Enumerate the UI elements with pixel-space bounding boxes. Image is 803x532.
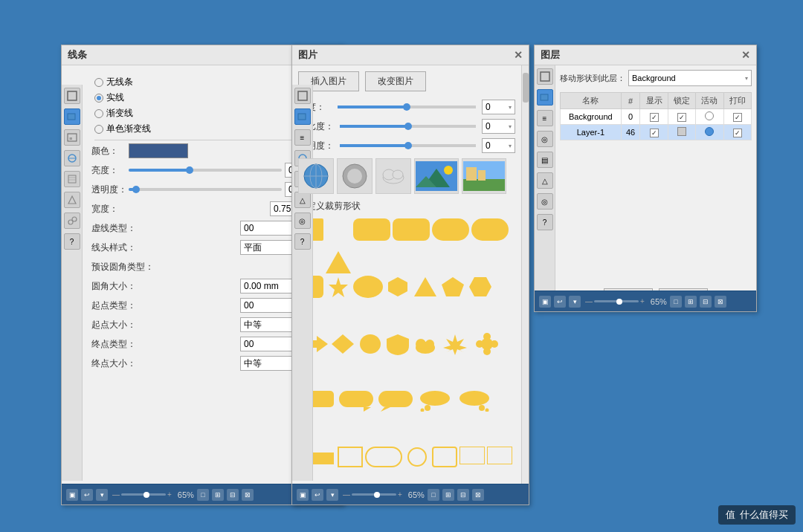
shape-circle-outline[interactable] — [404, 447, 430, 467]
shape-triangle-up[interactable] — [413, 276, 438, 298]
shape-star8[interactable] — [440, 333, 470, 355]
shape-rounded-rect[interactable] — [353, 218, 390, 241]
shape-sm-rect-outline[interactable] — [459, 447, 485, 464]
tool-icon-6[interactable] — [64, 192, 80, 208]
img-preview-3[interactable] — [375, 158, 411, 194]
img-tool-8[interactable]: ? — [294, 233, 311, 250]
img-tool-7[interactable]: ◎ — [294, 213, 311, 229]
layer-row-layer1[interactable]: Layer-1 46 — [561, 125, 752, 140]
layer-tool-1[interactable] — [537, 68, 553, 85]
tool-icon-5[interactable] — [64, 171, 80, 187]
shape-drop[interactable] — [358, 333, 383, 355]
tool-icon-1[interactable] — [64, 88, 80, 104]
shape-triangle[interactable] — [326, 251, 351, 273]
img-tool-1[interactable] — [294, 88, 311, 104]
img-brightness-track[interactable] — [338, 106, 476, 108]
layer-zoom-slider[interactable] — [594, 300, 639, 302]
shape-stadium[interactable] — [432, 218, 469, 241]
bottom-icon-grid1[interactable]: □ — [197, 489, 209, 501]
img-bottom-3[interactable]: ▾ — [326, 489, 338, 501]
img-bottom-1[interactable]: ▣ — [297, 489, 309, 501]
layer-1-show[interactable] — [640, 125, 668, 140]
layer-tool-7[interactable]: ◎ — [537, 193, 553, 210]
img-opacity-thumb[interactable] — [404, 142, 412, 149]
shape-stadium-outline[interactable] — [365, 447, 402, 467]
shape-pentagon[interactable] — [440, 276, 465, 298]
shape-speech3[interactable] — [377, 389, 414, 412]
img-bottom-7[interactable]: ⊠ — [472, 489, 484, 501]
layer-bg-active[interactable] — [696, 109, 723, 125]
shape-sq-outline[interactable] — [432, 447, 457, 467]
img-bottom-2[interactable]: ↩ — [312, 489, 323, 501]
shape-rect-outline[interactable] — [338, 447, 363, 467]
move-layer-select[interactable]: Background ▾ — [628, 70, 752, 86]
tool-icon-4[interactable] — [64, 150, 80, 166]
img-preview-2[interactable] — [337, 158, 373, 194]
shape-shield[interactable] — [385, 333, 410, 355]
shape-hexagon2[interactable] — [468, 276, 493, 298]
layer-tool-3[interactable]: ≡ — [537, 110, 553, 126]
layer-bottom-6[interactable]: ⊟ — [700, 296, 712, 308]
shape-thought1[interactable] — [416, 389, 454, 412]
img-brightness-thumb[interactable] — [403, 103, 410, 111]
layer-tool-6[interactable]: △ — [537, 172, 553, 189]
tool-icon-3[interactable]: ≡ — [64, 129, 80, 146]
layer-tool-5[interactable]: ▤ — [537, 152, 553, 168]
shape-stadium2[interactable] — [471, 218, 509, 241]
layer-bottom-2[interactable]: ↩ — [554, 296, 566, 308]
tool-icon-2[interactable] — [64, 108, 80, 125]
bottom-icon-grid2[interactable]: ⊞ — [212, 489, 224, 501]
tool-icon-8[interactable]: ? — [64, 233, 80, 250]
img-bottom-5[interactable]: ⊞ — [442, 489, 454, 501]
img-contrast-thumb[interactable] — [404, 123, 412, 130]
img-tool-3[interactable]: ≡ — [294, 129, 311, 146]
bottom-icon-down[interactable]: ▾ — [96, 489, 108, 501]
img-contrast-input[interactable]: 0 ▾ — [482, 119, 515, 134]
layer-bottom-7[interactable]: ⊠ — [715, 296, 726, 308]
img-bottom-6[interactable]: ⊟ — [457, 489, 469, 501]
img-contrast-track[interactable] — [340, 125, 476, 128]
lines-zoom-slider[interactable] — [121, 493, 166, 496]
layer-bg-print[interactable] — [723, 109, 751, 125]
shape-sm-rect-outline2[interactable] — [487, 447, 512, 464]
layer-bg-lock[interactable] — [668, 109, 695, 125]
bottom-icon-grid4[interactable]: ⊠ — [242, 489, 254, 501]
shape-hexagon[interactable] — [385, 276, 410, 298]
shape-flower[interactable] — [472, 333, 502, 355]
bottom-icon-grid3[interactable]: ⊟ — [227, 489, 239, 501]
images-scroll-thumb[interactable] — [523, 73, 529, 103]
brightness-slider-thumb[interactable] — [186, 166, 193, 174]
shape-thought2[interactable] — [456, 389, 493, 412]
layer-bottom-3[interactable]: ▾ — [569, 296, 581, 308]
layer-bg-show[interactable] — [640, 109, 668, 125]
img-brightness-input[interactable]: 0 ▾ — [482, 100, 515, 114]
tool-icon-7[interactable] — [64, 213, 80, 229]
shape-diamond[interactable] — [330, 333, 355, 355]
color-swatch[interactable] — [129, 143, 188, 158]
shape-speech2[interactable] — [338, 389, 375, 412]
opacity-slider-track[interactable] — [129, 188, 282, 191]
modify-image-btn[interactable]: 改变图片 — [365, 71, 426, 91]
layer-1-lock[interactable] — [668, 125, 695, 140]
layer-bottom-5[interactable]: ⊞ — [685, 296, 697, 308]
layer-1-active[interactable] — [696, 125, 723, 140]
layer-row-background[interactable]: Background 0 — [561, 109, 752, 125]
layer-bottom-1[interactable]: ▣ — [539, 296, 551, 308]
images-scrollbar[interactable] — [521, 65, 529, 484]
layer-bottom-4[interactable]: □ — [670, 296, 682, 308]
panel-images-close[interactable]: ✕ — [514, 50, 523, 60]
opacity-slider-thumb[interactable] — [132, 186, 140, 193]
brightness-slider-track[interactable] — [129, 169, 282, 172]
layer-tool-8[interactable]: ? — [537, 214, 553, 230]
panel-layers-close[interactable]: ✕ — [741, 50, 750, 60]
img-tool-2[interactable] — [294, 108, 311, 125]
img-tool-6[interactable]: △ — [294, 192, 311, 208]
shape-cloud[interactable] — [413, 333, 438, 355]
layer-1-print[interactable] — [723, 125, 751, 140]
img-opacity-track[interactable] — [340, 144, 476, 147]
bottom-icon-save[interactable]: ▣ — [66, 489, 78, 501]
img-zoom-slider[interactable] — [352, 493, 396, 496]
shape-ellipse[interactable] — [353, 276, 383, 298]
shape-rounded-rect2[interactable] — [393, 218, 430, 241]
layer-tool-2[interactable] — [537, 89, 553, 106]
